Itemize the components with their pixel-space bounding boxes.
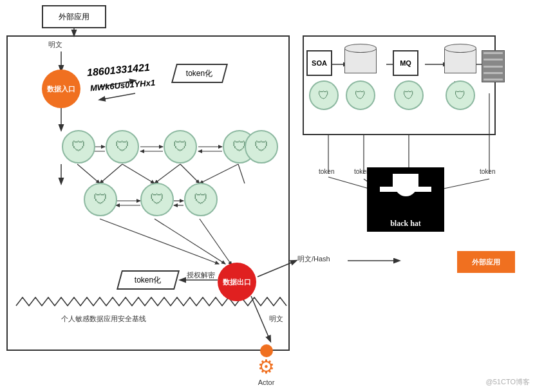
hat-top xyxy=(393,174,418,188)
blackhat-box: black hat xyxy=(367,167,444,232)
data-exit-circle: 数据出口 xyxy=(218,263,256,301)
watermark: @51CTO博客 xyxy=(486,377,530,387)
soa-shield: 🛡 xyxy=(309,80,339,110)
svg-text:token: token xyxy=(480,168,495,175)
diagram-container: token token token token xyxy=(0,0,535,392)
external-app-topleft: 外部应用 xyxy=(42,5,106,28)
actor-label: Actor xyxy=(258,378,275,386)
external-app-right: 外部应用 xyxy=(457,251,515,273)
security-baseline-label: 个人敏感数据应用安全基线 xyxy=(61,314,146,324)
token-shape-top: token化 xyxy=(171,64,228,83)
actor-body: ⚙ xyxy=(258,356,275,377)
shield-circle-5: 🛡 xyxy=(245,130,278,163)
shield-circle-2: 🛡 xyxy=(106,130,139,163)
hive-shield: 🛡 xyxy=(446,80,475,110)
data-entry-circle: 数据入口 xyxy=(42,70,80,108)
shield-circle-8: 🛡 xyxy=(184,183,218,216)
shield-circle-1: 🛡 xyxy=(62,130,95,163)
plaintext-label-2: 明文 xyxy=(269,314,283,324)
plaintext-hash-label: 明文/Hash xyxy=(297,254,330,264)
token-shape-bottom: token化 xyxy=(117,270,180,290)
actor-figure: ⚙ Actor xyxy=(258,344,275,386)
db-shield: 🛡 xyxy=(346,80,375,110)
actor-head xyxy=(260,344,273,357)
svg-line-43 xyxy=(438,179,489,190)
shield-circle-6: 🛡 xyxy=(84,183,117,216)
mq-shield: 🛡 xyxy=(394,80,424,110)
shield-circle-3: 🛡 xyxy=(164,130,197,163)
soa-box: SOA xyxy=(306,50,332,76)
shield-circle-7: 🛡 xyxy=(140,183,174,216)
svg-text:token: token xyxy=(319,168,334,175)
blackhat-label: black hat xyxy=(390,219,421,229)
host-server: host xyxy=(482,50,494,59)
mq-box: MQ xyxy=(393,50,418,76)
authorized-decrypt-label: 授权解密 xyxy=(187,270,215,280)
